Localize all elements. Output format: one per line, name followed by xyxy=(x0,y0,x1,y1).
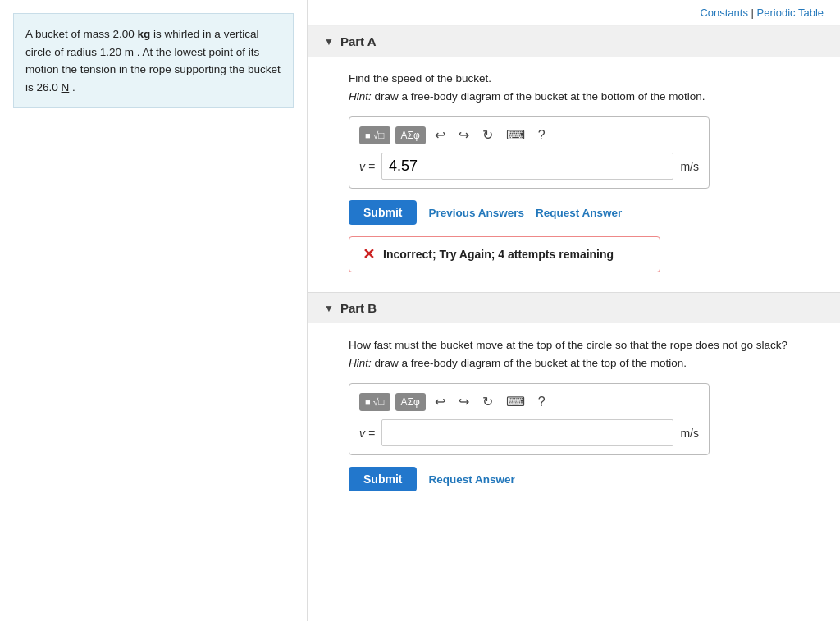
constants-link[interactable]: Constants xyxy=(700,7,748,19)
periodic-table-link[interactable]: Periodic Table xyxy=(757,7,824,19)
part-a-request-answer-link[interactable]: Request Answer xyxy=(536,207,622,219)
part-b-input[interactable] xyxy=(381,419,673,446)
part-b-hint: draw a free-body diagram of the bucket a… xyxy=(375,357,687,369)
part-b-redo-button[interactable]: ↪ xyxy=(454,392,473,411)
part-a-answer-box: ■ √□ ΑΣφ ↩ ↪ ↻ ⌨ ? v = xyxy=(349,116,710,189)
separator: | xyxy=(751,7,754,19)
part-a-input-label: v = xyxy=(359,160,375,173)
part-a-feedback-text: Incorrect; Try Again; 4 attempts remaini… xyxy=(383,248,614,261)
part-a-input[interactable] xyxy=(381,153,673,180)
greek-button[interactable]: ΑΣφ xyxy=(395,126,426,144)
part-a-hint: draw a free-body diagram of the bucket a… xyxy=(375,90,705,103)
part-b-greek-label: ΑΣφ xyxy=(401,396,420,408)
part-a-section: ▼ Part A Find the speed of the bucket. H… xyxy=(308,26,840,293)
part-b-refresh-button[interactable]: ↻ xyxy=(478,392,497,411)
part-b-chevron: ▼ xyxy=(324,303,334,314)
keyboard-button[interactable]: ⌨ xyxy=(502,126,529,144)
part-b-request-answer-link[interactable]: Request Answer xyxy=(428,473,514,486)
part-a-instruction: Find the speed of the bucket. Hint: draw… xyxy=(349,70,807,105)
top-bar: Constants | Periodic Table xyxy=(308,0,840,26)
part-b-keyboard-button[interactable]: ⌨ xyxy=(502,392,529,411)
part-b-instruction: How fast must the bucket move at the top… xyxy=(349,336,807,372)
part-a-input-row: v = m/s xyxy=(359,153,699,180)
part-a-previous-answers-link[interactable]: Previous Answers xyxy=(428,207,524,219)
part-b-header[interactable]: ▼ Part B xyxy=(308,293,840,323)
part-a-feedback-box: ✕ Incorrect; Try Again; 4 attempts remai… xyxy=(349,236,660,272)
parts-container: ▼ Part A Find the speed of the bucket. H… xyxy=(308,26,840,621)
part-b-section: ▼ Part B How fast must the bucket move a… xyxy=(308,293,840,523)
part-b-body: How fast must the bucket move at the top… xyxy=(308,323,840,523)
part-b-unit: m/s xyxy=(680,427,699,440)
part-a-action-row: Submit Previous Answers Request Answer xyxy=(349,200,807,225)
part-b-undo-button[interactable]: ↩ xyxy=(431,392,450,411)
part-b-submit-button[interactable]: Submit xyxy=(349,467,417,491)
redo-button[interactable]: ↪ xyxy=(454,126,473,144)
part-b-toolbar: ■ √□ ΑΣφ ↩ ↪ ↻ ⌨ ? xyxy=(359,392,699,411)
part-a-submit-button[interactable]: Submit xyxy=(349,200,417,225)
problem-text: A bucket of mass 2.00 kg is whirled in a… xyxy=(25,28,281,94)
part-b-sqrt-icon: √□ xyxy=(373,396,385,408)
part-a-toolbar: ■ √□ ΑΣφ ↩ ↪ ↻ ⌨ ? xyxy=(359,126,699,144)
part-a-unit: m/s xyxy=(680,160,699,173)
part-a-header[interactable]: ▼ Part A xyxy=(308,26,840,57)
part-b-greek-button[interactable]: ΑΣφ xyxy=(395,393,426,411)
refresh-button[interactable]: ↻ xyxy=(478,126,497,144)
part-b-input-row: v = m/s xyxy=(359,419,699,446)
part-a-label: Part A xyxy=(340,34,377,48)
greek-label: ΑΣφ xyxy=(401,130,420,141)
help-button[interactable]: ? xyxy=(534,126,550,144)
part-b-input-label: v = xyxy=(359,427,375,440)
sqrt-button[interactable]: ■ √□ xyxy=(359,126,390,144)
sqrt-icon: √□ xyxy=(373,130,385,141)
part-b-label: Part B xyxy=(340,301,377,315)
part-b-action-row: Submit Request Answer xyxy=(349,467,807,491)
problem-box: A bucket of mass 2.00 kg is whirled in a… xyxy=(13,13,294,108)
part-b-sqrt-button[interactable]: ■ √□ xyxy=(359,393,390,411)
undo-button[interactable]: ↩ xyxy=(431,126,450,144)
feedback-error-icon: ✕ xyxy=(363,245,375,263)
part-b-help-button[interactable]: ? xyxy=(534,393,550,411)
part-b-answer-box: ■ √□ ΑΣφ ↩ ↪ ↻ ⌨ ? v = xyxy=(349,383,710,455)
part-a-body: Find the speed of the bucket. Hint: draw… xyxy=(308,57,840,292)
part-a-chevron: ▼ xyxy=(324,36,334,48)
